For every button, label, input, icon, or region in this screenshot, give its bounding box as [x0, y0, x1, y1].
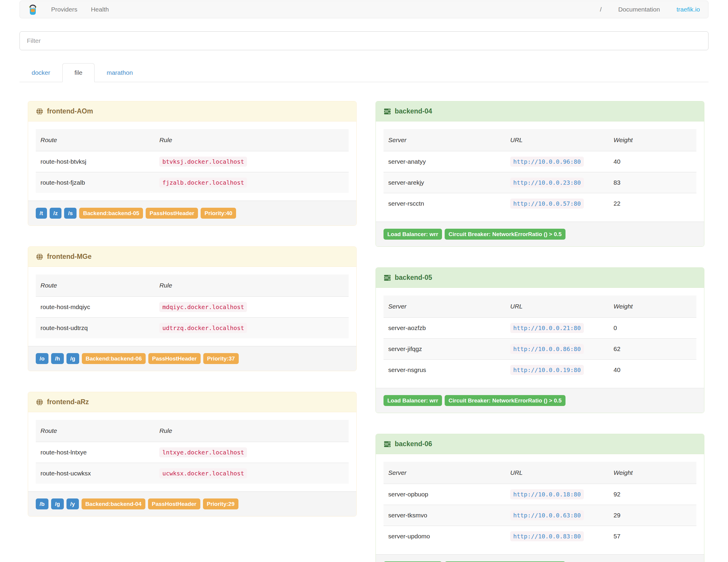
backend-title: backend-06 — [395, 440, 432, 448]
frontend-panel-body: Route Rule route-host-mdqiyc mdqiyc.dock… — [28, 267, 356, 346]
server-stack-icon — [383, 108, 391, 115]
nav-link-providers[interactable]: Providers — [51, 6, 77, 13]
col-rule: Rule — [155, 420, 349, 442]
rule-code: btvksj.docker.localhost — [159, 157, 247, 167]
server-weight: 0 — [609, 318, 696, 339]
nav-link-documentation[interactable]: Documentation — [618, 6, 660, 13]
col-url: URL — [506, 295, 609, 318]
backend-badge: Backend:backend-06 — [82, 353, 146, 364]
frontend-panel-aRz: frontend-aRz Route Rule route-host-lntxy… — [28, 392, 357, 516]
routes-table: Route Rule route-host-btvksj btvksj.dock… — [36, 129, 349, 193]
content: frontend-AOm Route Rule route-host-btvks… — [28, 101, 704, 562]
rule-code: lntxye.docker.localhost — [159, 447, 247, 457]
server-name: server-arekjy — [383, 172, 506, 193]
server-url-link[interactable]: http://10.0.0.96:80 — [510, 157, 584, 167]
server-row: server-opbuop http://10.0.0.18:80 92 — [383, 484, 696, 505]
server-name: server-aozfzb — [383, 318, 506, 339]
route-name: route-host-ucwksx — [36, 463, 155, 484]
path-badge: /h — [51, 353, 64, 364]
server-weight: 22 — [609, 193, 696, 214]
frontend-panel-heading: frontend-aRz — [28, 392, 356, 412]
col-url: URL — [506, 129, 609, 151]
circuit-breaker-badge: Circuit Breaker: NetworkErrorRatio () > … — [445, 229, 565, 240]
server-weight: 40 — [609, 151, 696, 172]
server-url-link[interactable]: http://10.0.0.86:80 — [510, 344, 584, 354]
route-row: route-host-fjzalb fjzalb.docker.localhos… — [36, 172, 349, 193]
server-url-link[interactable]: http://10.0.0.23:80 — [510, 178, 584, 188]
col-url: URL — [506, 462, 609, 484]
server-name: server-anatyy — [383, 151, 506, 172]
backend-panel-heading: backend-04 — [376, 101, 704, 121]
frontend-panel-body: Route Rule route-host-lntxye lntxye.dock… — [28, 412, 356, 491]
route-name: route-host-udtrzq — [36, 318, 155, 339]
col-weight: Weight — [609, 129, 696, 151]
path-badge: /b — [36, 498, 48, 509]
server-url-link[interactable]: http://10.0.0.63:80 — [510, 510, 584, 520]
backend-panel-05: backend-05 Server URL Weight server-aozf… — [376, 267, 704, 413]
rule-code: mdqiyc.docker.localhost — [159, 302, 247, 312]
globe-icon — [36, 253, 43, 261]
rule-code: ucwksx.docker.localhost — [159, 468, 247, 478]
col-rule: Rule — [155, 274, 349, 297]
servers-table: Server URL Weight server-opbuop http://1… — [383, 462, 696, 547]
col-weight: Weight — [609, 295, 696, 318]
tab-file[interactable]: file — [62, 63, 95, 82]
passhostheader-badge: PassHostHeader — [146, 208, 198, 219]
server-url-link[interactable]: http://10.0.0.18:80 — [510, 489, 584, 499]
backend-panel-footer: Load Balancer: wrr Circuit Breaker: Netw… — [376, 388, 704, 413]
server-weight: 57 — [609, 526, 696, 547]
server-url-link[interactable]: http://10.0.0.83:80 — [510, 531, 584, 541]
frontend-title: frontend-MGe — [47, 253, 92, 261]
priority-badge: Priority:37 — [203, 353, 239, 364]
col-server: Server — [383, 462, 506, 484]
backends-column: backend-04 Server URL Weight server-anat… — [376, 101, 704, 562]
backend-panel-body: Server URL Weight server-aozfzb http://1… — [376, 288, 704, 388]
server-row: server-aozfzb http://10.0.0.21:80 0 — [383, 318, 696, 339]
frontend-panel-footer: /o /h /g Backend:backend-06 PassHostHead… — [28, 346, 356, 371]
backend-panel-heading: backend-06 — [376, 434, 704, 454]
server-row: server-anatyy http://10.0.0.96:80 40 — [383, 151, 696, 172]
globe-icon — [36, 398, 43, 406]
server-url-link[interactable]: http://10.0.0.21:80 — [510, 323, 584, 333]
route-row: route-host-lntxye lntxye.docker.localhos… — [36, 442, 349, 463]
rule-code: udtrzq.docker.localhost — [159, 323, 247, 333]
traefik-logo-icon[interactable] — [28, 4, 38, 15]
server-row: server-jifqgz http://10.0.0.86:80 62 — [383, 339, 696, 360]
servers-table: Server URL Weight server-aozfzb http://1… — [383, 295, 696, 380]
col-route: Route — [36, 274, 155, 297]
tab-docker[interactable]: docker — [19, 63, 62, 82]
server-weight: 40 — [609, 360, 696, 381]
server-row: server-tksmvo http://10.0.0.63:80 29 — [383, 505, 696, 526]
backend-panel-06: backend-06 Server URL Weight server-opbu… — [376, 434, 704, 562]
frontend-panel-AOm: frontend-AOm Route Rule route-host-btvks… — [28, 101, 357, 226]
priority-badge: Priority:29 — [203, 498, 238, 509]
navbar: Providers Health / Documentation traefik… — [19, 1, 709, 18]
nav-link-traefik-io[interactable]: traefik.io — [677, 6, 700, 13]
frontend-title: frontend-aRz — [47, 398, 89, 406]
backend-panel-body: Server URL Weight server-anatyy http://1… — [376, 121, 704, 222]
filter-input[interactable] — [19, 31, 709, 50]
frontend-title: frontend-AOm — [47, 107, 93, 115]
server-weight: 29 — [609, 505, 696, 526]
table-header-row: Server URL Weight — [383, 129, 696, 151]
server-weight: 92 — [609, 484, 696, 505]
nav-path-separator: / — [600, 6, 602, 13]
frontend-panel-heading: frontend-MGe — [28, 247, 356, 267]
server-url-link[interactable]: http://10.0.0.57:80 — [510, 199, 584, 209]
server-name: server-nsgrus — [383, 360, 506, 381]
nav-link-health[interactable]: Health — [91, 6, 109, 13]
server-url-link[interactable]: http://10.0.0.19:80 — [510, 365, 584, 375]
route-name: route-host-fjzalb — [36, 172, 155, 193]
passhostheader-badge: PassHostHeader — [148, 353, 201, 364]
rule-code: fjzalb.docker.localhost — [159, 178, 247, 188]
priority-badge: Priority:40 — [201, 208, 236, 219]
server-weight: 83 — [609, 172, 696, 193]
tab-marathon[interactable]: marathon — [95, 63, 145, 82]
load-balancer-badge: Load Balancer: wrr — [383, 229, 442, 240]
col-route: Route — [36, 420, 155, 442]
server-row: server-rscctn http://10.0.0.57:80 22 — [383, 193, 696, 214]
backend-panel-footer: Load Balancer: wrr Circuit Breaker: Netw… — [376, 222, 704, 246]
frontend-panel-heading: frontend-AOm — [28, 101, 356, 121]
route-name: route-host-mdqiyc — [36, 297, 155, 318]
backend-panel-04: backend-04 Server URL Weight server-anat… — [376, 101, 704, 247]
